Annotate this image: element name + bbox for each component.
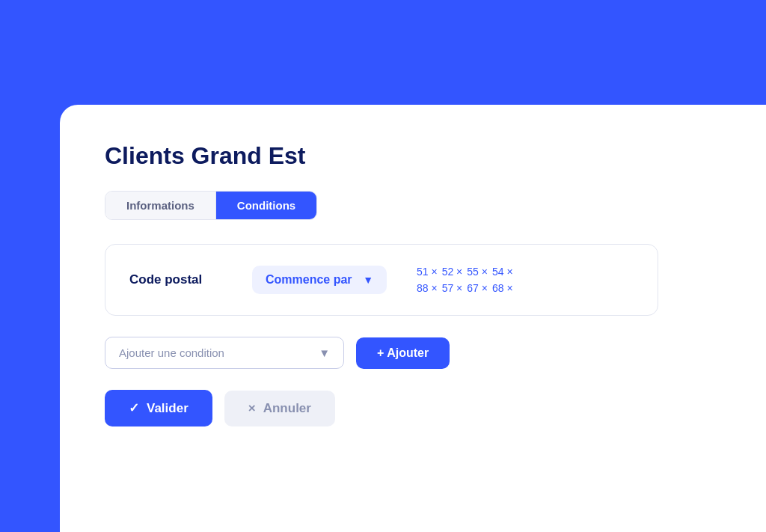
ajouter-button[interactable]: + Ajouter (356, 337, 450, 369)
tag-57[interactable]: 57 × (442, 282, 463, 294)
tabs-container: Informations Conditions (105, 191, 317, 220)
annuler-icon: × (248, 401, 256, 416)
annuler-button[interactable]: × Annuler (224, 391, 335, 426)
tab-informations[interactable]: Informations (105, 192, 216, 219)
add-condition-row: Ajouter une condition ▼ + Ajouter (105, 337, 658, 369)
tag-52[interactable]: 52 × (442, 266, 463, 278)
page-title: Clients Grand Est (105, 142, 658, 170)
tab-conditions[interactable]: Conditions (216, 192, 316, 219)
tag-68[interactable]: 68 × (492, 282, 513, 294)
tag-54[interactable]: 54 × (492, 266, 513, 278)
valider-button[interactable]: ✓ Valider (105, 390, 212, 426)
add-condition-select[interactable]: Ajouter une condition ▼ (105, 337, 344, 369)
add-condition-chevron-icon: ▼ (319, 346, 330, 359)
tag-55[interactable]: 55 × (467, 266, 488, 278)
tags-container: 51 × 52 × 55 × 54 × 88 × 57 × 67 × 68 × (417, 266, 513, 294)
valider-icon: ✓ (129, 400, 139, 416)
tag-51[interactable]: 51 × (417, 266, 438, 278)
operator-select[interactable]: Commence par ▼ (252, 266, 387, 294)
tag-67[interactable]: 67 × (467, 282, 488, 294)
condition-field-label: Code postal (129, 272, 234, 287)
action-row: ✓ Valider × Annuler (105, 390, 658, 426)
condition-row: Code postal Commence par ▼ 51 × 52 × 55 … (105, 244, 658, 316)
card: Clients Grand Est Informations Condition… (60, 105, 703, 464)
card-wrapper: Clients Grand Est Informations Condition… (60, 105, 766, 532)
operator-chevron-icon: ▼ (363, 274, 373, 286)
tag-88[interactable]: 88 × (417, 282, 438, 294)
